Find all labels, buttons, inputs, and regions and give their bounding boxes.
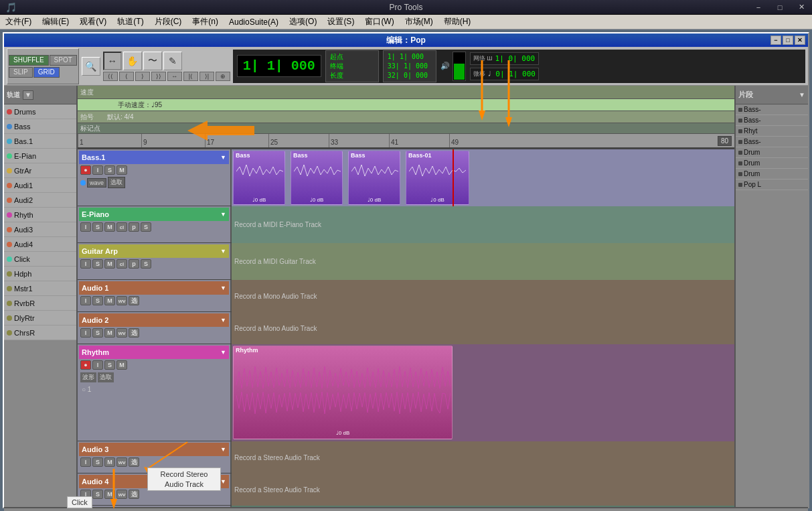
audio3-select-btn[interactable]: 选: [129, 457, 139, 467]
menu-item-w[interactable]: 窗口(W): [359, 15, 399, 29]
tracks-menu-btn[interactable]: ▼: [23, 90, 33, 100]
select-tool-btn[interactable]: ↔: [103, 52, 122, 70]
epiano-mute-btn[interactable]: M: [104, 222, 115, 232]
audio2-wv-btn[interactable]: wv: [116, 328, 127, 338]
right-clip-item[interactable]: Pop L: [736, 179, 808, 190]
right-clip-item[interactable]: Bass-: [736, 104, 808, 115]
audio4-expand-btn[interactable]: ▼: [220, 478, 226, 485]
trim-end-btn[interactable]: ⟩|: [199, 72, 214, 81]
right-clip-item[interactable]: Drum: [736, 147, 808, 158]
rhythm-clip[interactable]: Rhythm ♩0 dB: [233, 346, 453, 439]
guitararp-input-btn[interactable]: I: [80, 259, 91, 269]
guitararp-mute-btn[interactable]: M: [104, 259, 115, 269]
rhythm-wave-btn[interactable]: 波形: [80, 372, 96, 382]
maximize-button[interactable]: □: [769, 0, 791, 15]
zoom-tool-btn[interactable]: 🔍: [82, 57, 100, 76]
track-list-item-bass[interactable]: Bass: [4, 119, 76, 134]
audio2-solo-btn[interactable]: S: [92, 328, 103, 338]
track-list-item-drums[interactable]: Drums: [4, 104, 76, 119]
grid-mode-btn[interactable]: GRID: [33, 67, 60, 78]
rhythm-expand-btn[interactable]: ▼: [220, 349, 226, 356]
audio2-expand-btn[interactable]: ▼: [220, 317, 226, 323]
track-list-item-audi3[interactable]: Audi3: [4, 222, 76, 237]
track-list-item-chrsr[interactable]: ChrsR: [4, 325, 76, 340]
audio2-mute-btn[interactable]: M: [104, 328, 115, 338]
track-list-item-bas.1[interactable]: Bas.1: [4, 134, 76, 149]
audio1-mute-btn[interactable]: M: [104, 296, 115, 305]
bass1-rec-btn[interactable]: ●: [80, 165, 91, 175]
audio1-wv-btn[interactable]: wv: [116, 296, 127, 305]
audio4-mute-btn[interactable]: M: [104, 490, 115, 499]
right-clip-item[interactable]: Rhyt: [736, 126, 808, 137]
spot-mode-btn[interactable]: SPOT: [50, 55, 77, 66]
center-btn[interactable]: ↔: [167, 72, 182, 81]
nudge-right-btn[interactable]: ⟩: [135, 72, 150, 81]
guitararp-clip-btn[interactable]: cl: [116, 259, 127, 269]
guitararp-solo-btn[interactable]: S: [92, 259, 103, 269]
epiano-expand-btn[interactable]: ▼: [220, 211, 226, 218]
track-list-item-mstr1[interactable]: Mstr1: [4, 281, 76, 296]
audio2-input-btn[interactable]: I: [80, 328, 91, 338]
bass1-track-content[interactable]: Bass ♩0 dB Bass ♩0 dB: [232, 149, 734, 206]
bass1-solo-btn[interactable]: S: [104, 165, 115, 175]
menu-item-o[interactable]: 选项(O): [284, 15, 322, 29]
add-btn[interactable]: ⊕: [216, 72, 230, 81]
menu-item-m[interactable]: 市场(M): [400, 15, 438, 29]
minimize-button[interactable]: −: [748, 0, 769, 15]
bass-clip-1[interactable]: Bass ♩0 dB: [233, 151, 285, 205]
trim-tool-btn[interactable]: 〜: [143, 52, 162, 70]
audio3-mute-btn[interactable]: M: [104, 457, 115, 467]
audio1-solo-btn[interactable]: S: [92, 296, 103, 305]
menu-item-s[interactable]: 设置(S): [322, 15, 359, 29]
menu-item-c[interactable]: 片段(C): [149, 15, 187, 29]
menu-item-h[interactable]: 帮助(H): [438, 15, 477, 29]
menu-item-e[interactable]: 编辑(E): [37, 15, 74, 29]
volume-icon[interactable]: 🔊: [440, 62, 450, 70]
track-list-item-gtrar[interactable]: GtrAr: [4, 163, 76, 178]
bass-clip-4[interactable]: Bass-01 ♩0 dB: [406, 151, 469, 205]
right-clip-item[interactable]: Bass-: [736, 137, 808, 147]
shuffle-mode-btn[interactable]: SHUFFLE: [9, 55, 49, 66]
rhythm-solo-btn[interactable]: S: [104, 360, 115, 370]
epiano-send-btn[interactable]: S: [141, 222, 151, 232]
rhythm-track-content[interactable]: Rhythm ♩0 dB: [232, 344, 734, 441]
epiano-pan-btn[interactable]: p: [129, 222, 139, 232]
editor-maximize[interactable]: □: [783, 35, 793, 45]
bass-clip-3[interactable]: Bass ♩0 dB: [348, 151, 400, 205]
bass1-select-btn[interactable]: 选取: [108, 177, 125, 188]
audio3-input-btn[interactable]: I: [80, 457, 91, 467]
audio3-solo-btn[interactable]: S: [92, 457, 103, 467]
guitararp-pan-btn[interactable]: p: [129, 259, 139, 269]
guitararp-expand-btn[interactable]: ▼: [220, 248, 226, 254]
nudge-left2-btn[interactable]: ⟨⟨: [103, 72, 118, 81]
track-list-item-e-pian[interactable]: E-Pian: [4, 149, 76, 163]
hand-tool-btn[interactable]: ✋: [123, 52, 142, 70]
audio4-select-btn[interactable]: 选: [129, 490, 139, 499]
track-list-item-audi1[interactable]: Audi1: [4, 178, 76, 193]
rhythm-mute-btn[interactable]: M: [116, 360, 127, 370]
track-list-item-rvrbr[interactable]: RvrbR: [4, 296, 76, 311]
menu-item-n[interactable]: 事件(n): [187, 15, 224, 29]
guitararp-send-btn[interactable]: S: [141, 259, 151, 269]
bass1-expand-btn[interactable]: ▼: [220, 154, 226, 161]
right-panel-menu-btn[interactable]: ▼: [799, 91, 805, 98]
close-button[interactable]: ✕: [791, 0, 812, 15]
track-list-item-click[interactable]: Click: [4, 252, 76, 267]
bass1-mute-btn[interactable]: M: [116, 165, 127, 175]
right-clip-item[interactable]: Drum: [736, 169, 808, 179]
epiano-input-btn[interactable]: I: [80, 222, 91, 232]
right-clip-item[interactable]: Bass-: [736, 115, 808, 126]
audio4-wv-btn[interactable]: wv: [116, 490, 127, 499]
track-list-item-dlyrtr[interactable]: DlyRtr: [4, 311, 76, 325]
track-list-item-hdph[interactable]: Hdph: [4, 267, 76, 281]
rhythm-input-btn[interactable]: I: [92, 360, 103, 370]
nudge-left-btn[interactable]: ⟨: [119, 72, 134, 81]
audio1-input-btn[interactable]: I: [80, 296, 91, 305]
audio1-expand-btn[interactable]: ▼: [220, 285, 226, 291]
audio3-wv-btn[interactable]: wv: [116, 457, 127, 467]
menu-item-t[interactable]: 轨道(T): [112, 15, 149, 29]
pencil-tool-btn[interactable]: ✎: [163, 52, 182, 70]
track-list-item-audi2[interactable]: Audi2: [4, 193, 76, 208]
track-list-item-rhyth[interactable]: Rhyth: [4, 208, 76, 222]
slip-mode-btn[interactable]: SLIP: [9, 67, 33, 78]
